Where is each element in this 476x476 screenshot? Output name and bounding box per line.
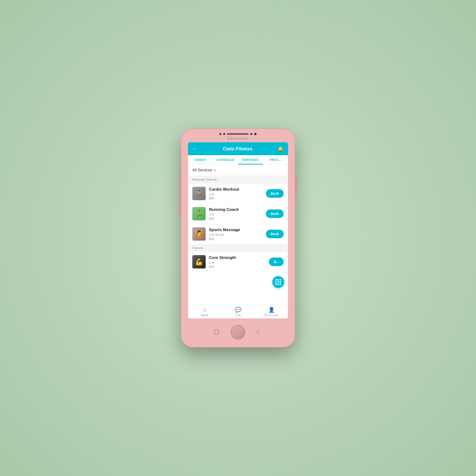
service-name-running: Running Coach [209, 207, 262, 212]
section-classes: Classes [188, 244, 288, 252]
sensor-dot-mid [223, 133, 225, 135]
camera-dot [254, 133, 256, 135]
samsung-logo: SAMSUNG [227, 136, 249, 140]
app-header: ← Cielo Fitness 🔔 [188, 142, 288, 155]
grid-dots-icon [275, 279, 281, 285]
filter-bar[interactable]: All Services ∨ [188, 165, 288, 176]
list-item: 💪 Core Strength 1 hr $40 B... [188, 252, 288, 272]
recent-apps-button[interactable] [214, 330, 219, 335]
book-button-running[interactable]: Book [266, 209, 284, 218]
bottom-nav: ⌂ Home 💬 Chat 👤 My Account [188, 304, 288, 319]
account-icon: 👤 [268, 307, 275, 313]
service-image-massage: 💆 [192, 227, 206, 241]
service-price-massage: $35 [209, 237, 262, 241]
cardio-thumbnail: 🏃 [192, 187, 206, 200]
phone-top-bar: SAMSUNG [181, 129, 295, 142]
tab-about[interactable]: ABOUT [188, 155, 213, 165]
service-price-cardio: $90 [209, 197, 262, 200]
filter-label: All Services [192, 168, 212, 172]
running-thumbnail: 🏃 [192, 207, 206, 221]
book-button-core[interactable]: B... [269, 257, 284, 266]
chevron-down-icon: ∨ [214, 169, 216, 172]
service-info-running: Running Coach 1 hr $25 [209, 207, 262, 221]
phone-sensors [220, 133, 256, 135]
sensor-dot-right [250, 133, 252, 135]
list-item: 🏃 Cardio Workout 1 hr $90 Book [188, 184, 288, 204]
app-title: Cielo Fitness [223, 146, 252, 152]
nav-label-chat: Chat [235, 314, 241, 317]
nav-item-home[interactable]: ⌂ Home [188, 305, 221, 319]
service-info-massage: Sports Massage 1 hr 30 min $35 [209, 227, 262, 241]
list-item: 🏃 Running Coach 1 hr $25 Book [188, 204, 288, 224]
fab-grid-button[interactable] [272, 276, 284, 288]
service-price-running: $25 [209, 217, 262, 221]
service-image-core: 💪 [192, 255, 206, 269]
list-item: 💆 Sports Massage 1 hr 30 min $35 Book [188, 224, 288, 244]
service-duration-massage: 1 hr 30 min [209, 233, 262, 237]
service-duration-cardio: 1 hr [209, 192, 262, 196]
tab-schedule[interactable]: SCHEDULE [213, 155, 238, 165]
nav-label-home: Home [201, 314, 208, 317]
service-image-running: 🏃 [192, 207, 206, 221]
service-duration-core: 1 hr [209, 261, 266, 264]
section-personal-training: Personal Training [188, 176, 288, 184]
tab-pricing[interactable]: PRICI... [263, 155, 288, 165]
service-info-cardio: Cardio Workout 1 hr $90 [209, 187, 262, 200]
hardware-back-button[interactable] [256, 329, 263, 336]
service-price-core: $40 [209, 265, 266, 269]
hardware-home-button[interactable] [231, 325, 245, 340]
service-info-core: Core Strength 1 hr $40 [209, 255, 266, 269]
core-thumbnail: 💪 [192, 255, 206, 269]
service-image-cardio: 🏃 [192, 187, 206, 200]
nav-label-account: My Account [265, 314, 278, 317]
book-button-massage[interactable]: Book [266, 230, 284, 238]
phone-bottom [214, 319, 262, 347]
service-name-core: Core Strength [209, 255, 266, 260]
service-name-cardio: Cardio Workout [209, 187, 262, 192]
phone-device: SAMSUNG ← Cielo Fitness 🔔 ABOUT SCHEDULE… [181, 129, 295, 347]
book-button-cardio[interactable]: Book [266, 189, 284, 198]
phone-screen: ← Cielo Fitness 🔔 ABOUT SCHEDULE SERVICE… [188, 142, 288, 319]
tabs-bar: ABOUT SCHEDULE SERVICES PRICI... [188, 155, 288, 165]
service-duration-running: 1 hr [209, 213, 262, 216]
sensor-dot-left [220, 133, 221, 135]
service-name-massage: Sports Massage [209, 227, 262, 232]
bell-icon[interactable]: 🔔 [278, 146, 284, 152]
nav-item-account[interactable]: 👤 My Account [255, 305, 288, 319]
back-button[interactable]: ← [192, 146, 198, 152]
massage-thumbnail: 💆 [192, 227, 206, 241]
phone-hardware-nav [214, 325, 262, 340]
tab-services[interactable]: SERVICES [238, 155, 263, 165]
chat-icon: 💬 [235, 307, 241, 313]
home-icon: ⌂ [203, 307, 206, 313]
speaker-bar [227, 133, 249, 135]
nav-item-chat[interactable]: 💬 Chat [221, 305, 255, 319]
